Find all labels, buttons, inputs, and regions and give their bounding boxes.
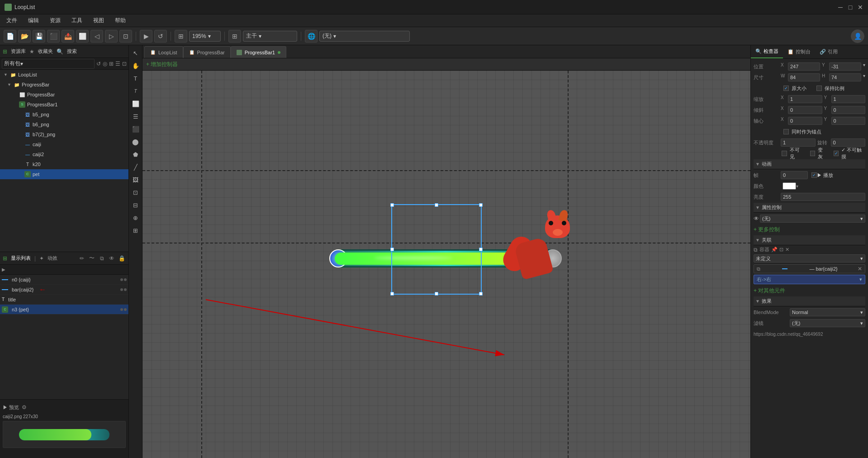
container-dropdown[interactable]: 未定义 ▾ — [754, 254, 865, 262]
original-size-checkbox[interactable] — [783, 86, 789, 91]
relation-direction-dropdown[interactable]: 右->右 ▾ — [754, 275, 865, 284]
notouch-checkbox[interactable] — [834, 151, 839, 156]
refresh-button[interactable]: ↺ — [154, 30, 167, 43]
refresh-icon[interactable]: ↺ — [96, 61, 101, 67]
minimize-button[interactable]: ─ — [837, 4, 844, 10]
tree-item-caiji2[interactable]: — caiji2 — [0, 149, 128, 159]
line-tool[interactable]: ╱ — [130, 161, 142, 173]
menu-file[interactable]: 文件 — [5, 16, 19, 25]
frame-input[interactable]: 0 — [781, 171, 808, 179]
copy-icon[interactable]: ⧉ — [98, 254, 106, 262]
pivot-x-input[interactable]: 0 — [788, 117, 822, 125]
tool9-button[interactable]: ⊡ — [119, 30, 132, 43]
animation-tab[interactable]: 动效 — [47, 255, 57, 262]
curve-icon[interactable]: 〜 — [88, 254, 96, 262]
tree-item-progressbar-folder[interactable]: ▼ 📁 ProgressBar — [0, 80, 128, 90]
grid-tool[interactable]: ⊞ — [130, 224, 142, 236]
position-x-input[interactable]: 247 — [788, 62, 820, 71]
cursor-tool[interactable]: ↖ — [130, 47, 142, 59]
inspector-tab[interactable]: 🔍 检查器 — [751, 45, 783, 58]
scene-tab-progressbar[interactable]: 📋 ProgressBar — [183, 46, 231, 58]
skew-y-input[interactable]: 0 — [831, 106, 866, 114]
keep-ratio-checkbox[interactable] — [816, 86, 822, 91]
tree-item-k20[interactable]: T k20 — [0, 159, 128, 169]
tree-item-looplist[interactable]: ▼ 📁 LoopList — [0, 70, 128, 80]
slider-tool[interactable]: ⊟ — [130, 199, 142, 211]
console-tab[interactable]: 📋 控制台 — [783, 45, 815, 58]
tool7-button[interactable]: ◁ — [90, 30, 103, 43]
rotation-input[interactable]: 0 — [831, 138, 866, 147]
menu-view[interactable]: 视图 — [91, 16, 106, 25]
component-tool[interactable]: ⬜ — [130, 98, 142, 110]
layout-button[interactable]: ⊞ — [175, 30, 187, 43]
dl-item-n3[interactable]: C n3 {pet} — [0, 305, 128, 315]
fit-icon[interactable]: ⊡ — [779, 247, 783, 253]
menu-help[interactable]: 帮助 — [113, 16, 128, 25]
preview-settings-icon[interactable]: ⚙ — [22, 404, 27, 410]
branch-dropdown[interactable]: 主干 ▾ — [243, 31, 297, 42]
play-button-dl[interactable]: ▶ — [2, 267, 5, 272]
pin-icon[interactable]: 📌 — [771, 247, 778, 253]
user-avatar[interactable]: 👤 — [851, 29, 864, 43]
scale-y-input[interactable]: 1 — [831, 95, 866, 103]
relation-close-btn[interactable]: ✕ — [858, 266, 862, 272]
effects-section[interactable]: ▼ 效果 — [754, 296, 865, 306]
invisible-checkbox[interactable] — [782, 151, 787, 156]
dl-item-n0[interactable]: n0 {caiji} — [0, 275, 128, 285]
pivot-anchor-checkbox[interactable] — [783, 129, 789, 134]
blendmode-dropdown[interactable]: Normal ▾ — [790, 308, 865, 316]
tree-item-pet[interactable]: C pet — [0, 169, 128, 179]
menu-resource[interactable]: 资源 — [48, 16, 62, 25]
locate-icon[interactable]: ◎ — [103, 61, 107, 67]
text-tool-2[interactable]: T — [130, 85, 142, 97]
skew-x-input[interactable]: 0 — [788, 106, 822, 114]
position-y-input[interactable]: -31 — [829, 62, 861, 71]
zoom-dropdown[interactable]: 195% ▾ — [189, 31, 221, 42]
scene-tab-progressbar1[interactable]: ProgressBar1 — [231, 46, 286, 58]
relation-section[interactable]: ▼ 关联 — [754, 235, 865, 245]
polygon-tool[interactable]: ⬟ — [130, 148, 142, 160]
close-button[interactable]: ✕ — [857, 4, 863, 10]
tree-item-b6-png[interactable]: 🖼 b6_png — [0, 119, 128, 129]
size-expand[interactable]: ▾ — [863, 73, 865, 81]
save-as-button[interactable]: ⬛ — [47, 30, 60, 43]
position-expand[interactable]: ▾ — [863, 62, 865, 71]
add-others-button[interactable]: + 对其他元件 — [754, 287, 785, 295]
scroll-tool[interactable]: ⊕ — [130, 212, 142, 224]
new-file-button[interactable]: 📄 — [4, 30, 16, 43]
list-tool[interactable]: ☰ — [130, 110, 142, 122]
tree-item-caiji[interactable]: — caiji — [0, 139, 128, 149]
none-dropdown[interactable]: (无) ▾ — [319, 31, 410, 42]
tree-item-b5-png[interactable]: 🖼 b5_png — [0, 110, 128, 119]
menu-edit[interactable]: 编辑 — [26, 16, 41, 25]
play-checkbox[interactable] — [811, 172, 817, 178]
scene-tab-looplist[interactable]: 📋 LoopList — [144, 46, 183, 58]
size-h-input[interactable]: 74 — [829, 73, 861, 81]
button-tool[interactable]: ⊡ — [130, 186, 142, 198]
tool6-button[interactable]: ⬜ — [76, 30, 89, 43]
expand-icon[interactable]: ⊡ — [122, 61, 127, 67]
tree-item-progressbar-file[interactable]: ⬜ ProgressBar — [0, 90, 128, 100]
grid-button[interactable]: ⊞ — [228, 30, 241, 43]
opacity-input[interactable]: 1 — [781, 138, 816, 147]
size-w-input[interactable]: 84 — [788, 73, 820, 81]
property-control-dropdown[interactable]: (无) ▾ — [760, 215, 865, 223]
lock-icon[interactable]: 🔒 — [118, 254, 126, 262]
edit-icon[interactable]: ✏ — [78, 254, 86, 262]
text-tool[interactable]: T — [130, 72, 142, 84]
hand-tool[interactable]: ✋ — [130, 60, 142, 72]
reference-tab[interactable]: 🔗 引用 — [815, 45, 842, 58]
more-control-button[interactable]: + 更多控制 — [754, 226, 780, 234]
pivot-y-input[interactable]: 0 — [831, 117, 866, 125]
dl-item-title[interactable]: T title — [0, 295, 128, 305]
scale-x-input[interactable]: 1 — [788, 95, 822, 103]
circle-tool[interactable]: ⬤ — [130, 136, 142, 148]
tool8-button[interactable]: ▷ — [105, 30, 118, 43]
maximize-button[interactable]: □ — [847, 4, 854, 10]
open-file-button[interactable]: 📂 — [18, 30, 31, 43]
image-tool[interactable]: 🖼 — [130, 174, 142, 186]
filter-dropdown[interactable]: (无) ▾ — [790, 319, 865, 327]
dl-item-bar[interactable]: bar{caiji2} ← — [0, 285, 128, 295]
tree-item-b72-png[interactable]: 🖼 b7(2)_png — [0, 129, 128, 139]
footer-link[interactable]: https://blog.csdn.net/qq_46649692 — [754, 332, 865, 337]
